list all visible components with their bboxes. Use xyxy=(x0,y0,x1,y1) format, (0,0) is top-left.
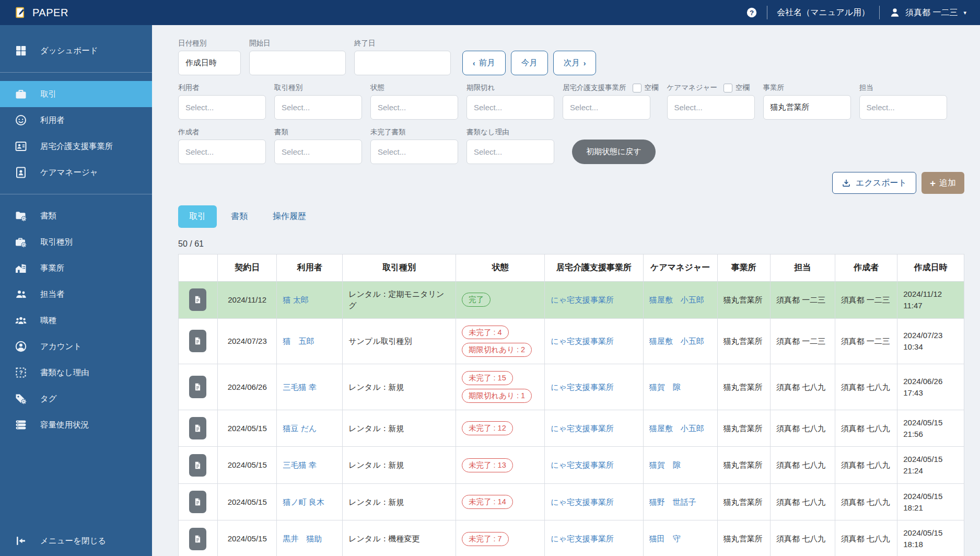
support-office-link[interactable]: にゃ宅支援事業所 xyxy=(551,295,614,304)
prev-month-button[interactable]: ‹ 前月 xyxy=(462,51,506,75)
sidebar-item[interactable]: 容量使用状況 xyxy=(0,412,152,438)
document-button[interactable] xyxy=(189,528,206,550)
filter-label: 書類 xyxy=(274,128,362,137)
help-icon[interactable]: ? xyxy=(746,7,757,18)
care-manager-link[interactable]: 猫賀 隙 xyxy=(649,383,681,391)
status-pill: 未完了 : 7 xyxy=(462,532,509,546)
brand[interactable]: PAPER xyxy=(14,6,68,19)
user-link[interactable]: 猫 太郎 xyxy=(283,295,308,304)
care-manager-link[interactable]: 猫田 守 xyxy=(649,534,681,543)
filter-select[interactable]: Select... xyxy=(466,95,554,120)
care-manager-link[interactable]: 猫野 世話子 xyxy=(649,497,696,506)
column-header: 居宅介護支援事業所 xyxy=(545,254,644,282)
sidebar-item[interactable]: ダッシュボード xyxy=(0,38,152,64)
sidebar-item[interactable]: 職種 xyxy=(0,307,152,333)
document-button[interactable] xyxy=(189,330,206,352)
group-icon xyxy=(15,314,27,327)
support-office-cell: にゃ宅支援事業所 xyxy=(545,520,644,556)
filter-select[interactable]: Select... xyxy=(370,140,458,164)
creator-cell: 須真都 七八九 xyxy=(835,364,897,410)
this-month-button[interactable]: 今月 xyxy=(511,51,548,75)
sidebar-item[interactable]: 担当者 xyxy=(0,281,152,307)
care-manager-link[interactable]: 猫屋敷 小五郎 xyxy=(649,295,704,304)
date-type-select[interactable]: 作成日時 xyxy=(178,51,241,75)
column-header: 契約日 xyxy=(217,254,277,282)
status-pill: 未完了 : 14 xyxy=(462,495,513,509)
support-office-link[interactable]: にゃ宅支援事業所 xyxy=(551,534,614,543)
user-link[interactable]: 三毛猫 幸 xyxy=(283,460,316,469)
support-office-link[interactable]: にゃ宅支援事業所 xyxy=(551,383,614,391)
office-cell: 猫丸営業所 xyxy=(717,520,770,556)
tab-history[interactable]: 操作履歴 xyxy=(262,205,317,228)
sidebar-item[interactable]: 居宅介護支援事業所 xyxy=(0,133,152,159)
filter-select[interactable]: Select... xyxy=(466,140,554,164)
filter-select[interactable]: Select... xyxy=(667,95,755,120)
care-manager-link[interactable]: 猫屋敷 小五郎 xyxy=(649,337,704,345)
user-link[interactable]: 黒井 猫助 xyxy=(283,534,322,543)
tab-documents[interactable]: 書類 xyxy=(220,205,259,228)
filter-select[interactable]: Select... xyxy=(859,95,947,120)
creator-cell: 須真都 七八九 xyxy=(835,483,897,520)
status-pills: 未完了 : 13 xyxy=(462,458,539,472)
user-link[interactable]: 三毛猫 幸 xyxy=(283,383,316,391)
filter-select-value: Select... xyxy=(674,103,703,112)
filter-select[interactable]: Select... xyxy=(370,95,458,120)
sidebar-item[interactable]: 事業所 xyxy=(0,255,152,281)
filter-select[interactable]: Select... xyxy=(178,95,266,120)
support-office-link[interactable]: にゃ宅支援事業所 xyxy=(551,460,614,469)
folder-gear-icon xyxy=(15,210,27,222)
filter-select[interactable]: Select... xyxy=(563,95,650,120)
briefcase-icon xyxy=(15,88,27,100)
sidebar-item[interactable]: タグ xyxy=(0,386,152,412)
user-link[interactable]: 猫ノ町 良木 xyxy=(283,497,324,506)
status-cell: 未完了 : 12 xyxy=(456,410,545,447)
document-button[interactable] xyxy=(189,491,206,513)
column-header xyxy=(179,254,218,282)
this-month-label: 今月 xyxy=(521,57,538,68)
sidebar-item-label: 担当者 xyxy=(40,289,65,300)
table-row: 2024/11/12猫 太郎レンタル：定期モニタリング完了にゃ宅支援事業所猫屋敷… xyxy=(179,282,964,319)
user-menu[interactable]: 須真都 一二三 ▾ xyxy=(889,7,966,18)
filter-select[interactable]: Select... xyxy=(178,140,266,164)
sidebar-item[interactable]: 書類 xyxy=(0,203,152,229)
care-manager-link[interactable]: 猫賀 隙 xyxy=(649,460,681,469)
document-button[interactable] xyxy=(189,288,206,311)
month-buttons: ‹ 前月 今月 次月 › xyxy=(462,51,596,75)
filter-select[interactable]: 猫丸営業所 xyxy=(763,95,851,120)
document-button[interactable] xyxy=(189,417,206,439)
support-office-cell: にゃ宅支援事業所 xyxy=(545,410,644,447)
tab-transactions[interactable]: 取引 xyxy=(178,205,217,228)
support-office-cell: にゃ宅支援事業所 xyxy=(545,364,644,410)
sidebar-item[interactable]: ?書類なし理由 xyxy=(0,360,152,386)
sidebar-item[interactable]: 利用者 xyxy=(0,107,152,133)
care-manager-link[interactable]: 猫屋敷 小五郎 xyxy=(649,424,704,433)
download-icon xyxy=(842,178,851,188)
sidebar-item[interactable]: ケアマネージャ xyxy=(0,159,152,186)
user-link[interactable]: 猫豆 だん xyxy=(283,424,317,433)
export-button[interactable]: エクスポート xyxy=(832,172,916,194)
status-pill: 未完了 : 15 xyxy=(462,371,513,385)
filter-select[interactable]: Select... xyxy=(274,95,362,120)
next-month-button[interactable]: 次月 › xyxy=(553,51,597,75)
filter-label: 利用者 xyxy=(178,83,266,92)
reset-filters-button[interactable]: 初期状態に戻す xyxy=(572,140,656,164)
sidebar-item-label: 容量使用状況 xyxy=(40,420,89,431)
sidebar-item[interactable]: 取引種別 xyxy=(0,229,152,255)
filter-select[interactable]: Select... xyxy=(274,140,362,164)
user-link[interactable]: 猫 五郎 xyxy=(283,337,314,345)
blank-checkbox[interactable] xyxy=(724,84,732,92)
document-button[interactable] xyxy=(189,376,206,398)
close-menu-button[interactable]: メニューを閉じる xyxy=(0,528,152,554)
add-button[interactable]: + 追加 xyxy=(921,172,964,194)
document-button[interactable] xyxy=(189,454,206,477)
support-office-link[interactable]: にゃ宅支援事業所 xyxy=(551,337,614,345)
start-date-input[interactable] xyxy=(249,51,346,75)
support-office-link[interactable]: にゃ宅支援事業所 xyxy=(551,497,614,506)
tabs: 取引書類操作履歴 xyxy=(178,205,964,228)
end-date-input[interactable] xyxy=(354,51,451,75)
sidebar-item[interactable]: 取引 xyxy=(0,81,152,107)
blank-checkbox[interactable] xyxy=(633,84,641,92)
filter-label: 事業所 xyxy=(763,83,851,92)
sidebar-item[interactable]: アカウント xyxy=(0,333,152,360)
support-office-link[interactable]: にゃ宅支援事業所 xyxy=(551,424,614,433)
